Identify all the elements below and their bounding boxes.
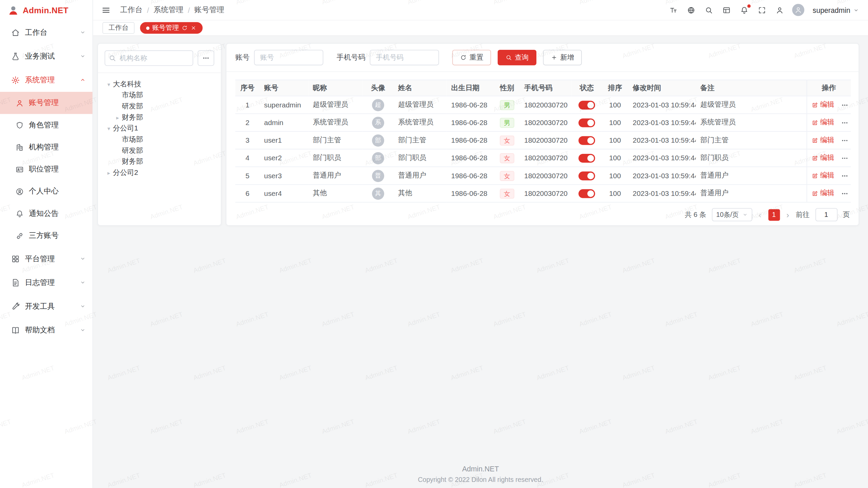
prev-page-button[interactable]: ‹	[757, 210, 763, 219]
cell-sort: 100	[602, 184, 628, 202]
sidebar-item-业务测试[interactable]: 业务测试	[0, 44, 93, 68]
sidebar-item-机构管理[interactable]: 机构管理	[0, 136, 93, 158]
bell-icon[interactable]	[740, 6, 748, 14]
tab-refresh-icon[interactable]	[182, 25, 188, 31]
pagination: 共 6 条 10条/页 ‹ 1 › 前往 页	[226, 203, 859, 222]
language-icon[interactable]	[687, 6, 695, 14]
sidebar-item-日志管理[interactable]: 日志管理	[0, 270, 93, 294]
tab-bar: 工作台 账号管理	[93, 20, 868, 36]
cell-birth-date: 1986-06-28	[447, 114, 494, 131]
tree-node-分公司2[interactable]: ▸分公司2	[101, 167, 218, 178]
status-toggle[interactable]	[578, 136, 595, 145]
more-actions-button[interactable]	[841, 136, 849, 144]
status-toggle[interactable]	[578, 189, 595, 198]
tab-close-icon[interactable]	[191, 25, 197, 31]
edit-button[interactable]: 编辑	[811, 118, 834, 127]
org-search-input[interactable]	[105, 50, 193, 66]
breadcrumb-item[interactable]: 系统管理	[154, 5, 183, 15]
next-page-button[interactable]: ›	[785, 210, 790, 219]
caret-right-icon[interactable]: ▸	[105, 169, 113, 176]
tree-node-label: 研发部	[122, 146, 143, 155]
account-label: 账号	[235, 53, 250, 62]
tree-node-市场部[interactable]: 市场部	[101, 89, 218, 101]
tree-node-研发部[interactable]: 研发部	[101, 101, 218, 112]
layout-icon[interactable]	[723, 6, 731, 14]
cell-sort: 100	[602, 149, 628, 167]
tools-icon	[11, 302, 20, 311]
active-tab-dot	[146, 26, 150, 30]
sidebar-item-系统管理[interactable]: 系统管理	[0, 68, 93, 92]
brand[interactable]: Admin.NET	[0, 0, 93, 20]
page-size-value: 10条/页	[716, 210, 738, 220]
tree-node-财务部[interactable]: ▸财务部	[101, 112, 218, 123]
tree-node-大名科技[interactable]: ▾大名科技	[101, 79, 218, 90]
phone-input[interactable]	[370, 50, 439, 65]
sidebar-item-职位管理[interactable]: 职位管理	[0, 158, 93, 180]
more-actions-button[interactable]	[841, 119, 849, 126]
search-button[interactable]: 查询	[498, 50, 536, 65]
edit-button[interactable]: 编辑	[811, 136, 834, 145]
cell-sort: 100	[602, 114, 628, 131]
sidebar-item-个人中心[interactable]: 个人中心	[0, 180, 93, 202]
goto-page-input[interactable]	[815, 208, 837, 221]
caret-right-icon[interactable]: ▸	[114, 114, 122, 120]
sidebar-item-平台管理[interactable]: 平台管理	[0, 247, 93, 270]
tree-node-研发部[interactable]: 研发部	[101, 145, 218, 156]
page-number-current[interactable]: 1	[768, 209, 780, 220]
avatar[interactable]	[792, 4, 804, 16]
cell-gender: 女	[494, 184, 520, 202]
tab-account-management[interactable]: 账号管理	[140, 22, 202, 34]
caret-down-icon[interactable]: ▾	[105, 125, 113, 131]
more-actions-button[interactable]	[841, 101, 849, 109]
tree-node-分公司1[interactable]: ▾分公司1	[101, 123, 218, 134]
status-toggle[interactable]	[578, 171, 595, 180]
edit-button[interactable]: 编辑	[811, 100, 834, 110]
person-icon[interactable]	[775, 6, 784, 14]
reset-button[interactable]: 重置	[452, 50, 491, 65]
edit-button[interactable]: 编辑	[811, 153, 834, 163]
more-actions-button[interactable]	[841, 172, 849, 180]
sidebar-item-通知公告[interactable]: 通知公告	[0, 203, 93, 225]
cell-nickname: 部门主管	[308, 131, 362, 149]
font-size-icon[interactable]	[669, 6, 677, 14]
status-toggle[interactable]	[578, 154, 595, 163]
org-tree-panel: ▾大名科技市场部研发部▸财务部▾分公司1市场部研发部财务部▸分公司2	[97, 43, 221, 226]
cell-account: admin	[260, 114, 309, 131]
cell-avatar: 部	[362, 131, 393, 149]
sidebar-item-开发工具[interactable]: 开发工具	[0, 294, 93, 318]
cell-modified-time: 2023-01-03 10:59:44	[628, 114, 696, 131]
more-actions-button[interactable]	[841, 189, 849, 197]
sidebar-item-角色管理[interactable]: 角色管理	[0, 114, 93, 136]
tree-node-财务部[interactable]: 财务部	[101, 156, 218, 167]
hamburger-icon[interactable]	[101, 5, 111, 15]
tab-workbench[interactable]: 工作台	[102, 22, 135, 34]
sidebar-item-帮助文档[interactable]: 帮助文档	[0, 318, 93, 342]
search-icon	[108, 54, 116, 62]
caret-down-icon[interactable]: ▾	[105, 81, 113, 87]
edit-button[interactable]: 编辑	[811, 171, 834, 180]
search-icon[interactable]	[705, 6, 713, 14]
sidebar-item-label: 机构管理	[29, 142, 59, 152]
more-actions-button[interactable]	[841, 154, 849, 162]
tree-more-button[interactable]	[198, 50, 214, 66]
sidebar-item-三方账号[interactable]: 三方账号	[0, 225, 93, 247]
accounts-table: 序号账号昵称头像姓名出生日期性别手机号码状态排序修改时间备注操作 1supera…	[235, 80, 851, 202]
user-menu[interactable]: superadmin	[813, 6, 859, 14]
account-input[interactable]	[254, 50, 323, 65]
cell-modified-time: 2023-01-03 10:59:44	[628, 149, 696, 167]
page-size-select[interactable]: 10条/页	[712, 208, 752, 221]
sidebar-item-工作台[interactable]: 工作台	[0, 20, 93, 44]
breadcrumb-separator: /	[147, 6, 149, 14]
tree-node-市场部[interactable]: 市场部	[101, 134, 218, 145]
edit-button[interactable]: 编辑	[811, 189, 834, 198]
breadcrumb-item[interactable]: 工作台	[120, 5, 142, 15]
flask-icon	[11, 52, 20, 61]
add-button[interactable]: 新增	[543, 50, 582, 65]
status-toggle[interactable]	[578, 101, 595, 109]
fullscreen-icon[interactable]	[758, 6, 766, 14]
footer-title: Admin.NET	[93, 465, 868, 473]
submenu-系统管理: 账号管理角色管理机构管理职位管理个人中心通知公告三方账号	[0, 92, 93, 247]
status-toggle[interactable]	[578, 118, 595, 127]
sidebar-item-账号管理[interactable]: 账号管理	[0, 92, 93, 114]
cell-actions: 编辑	[807, 114, 851, 131]
